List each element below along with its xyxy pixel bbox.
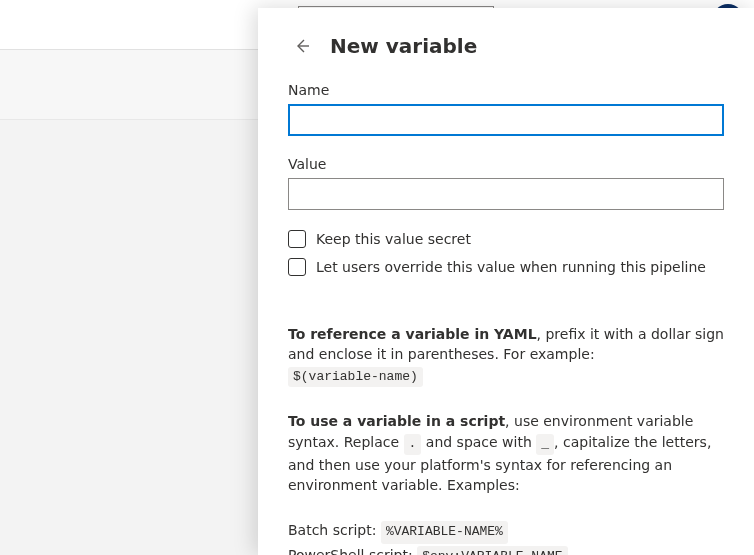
panel-title: New variable bbox=[330, 34, 477, 58]
panel-header: New variable bbox=[288, 32, 724, 60]
new-variable-panel: New variable Name Value Keep this value … bbox=[258, 8, 754, 555]
arrow-left-icon bbox=[294, 38, 310, 54]
back-button[interactable] bbox=[288, 32, 316, 60]
help-script-bold: To use a variable in a script bbox=[288, 413, 505, 429]
example-ps-label: PowerShell script: bbox=[288, 547, 417, 555]
example-powershell: PowerShell script: $env:VARIABLE-NAME bbox=[288, 544, 724, 555]
help-yaml-code: $(variable-name) bbox=[288, 367, 423, 388]
override-checkbox-row[interactable]: Let users override this value when runni… bbox=[288, 258, 724, 276]
secret-checkbox[interactable] bbox=[288, 230, 306, 248]
name-label: Name bbox=[288, 82, 724, 98]
help-script-text2: and space with bbox=[421, 434, 536, 450]
value-field-group: Value bbox=[288, 156, 724, 210]
help-yaml-bold: To reference a variable in YAML bbox=[288, 326, 537, 342]
help-section: To reference a variable in YAML, prefix … bbox=[288, 324, 724, 555]
example-batch: Batch script: %VARIABLE-NAME% bbox=[288, 519, 724, 544]
help-script-para: To use a variable in a script, use envir… bbox=[288, 411, 724, 495]
name-input[interactable] bbox=[288, 104, 724, 136]
help-yaml-para: To reference a variable in YAML, prefix … bbox=[288, 324, 724, 387]
example-batch-label: Batch script: bbox=[288, 522, 381, 538]
secret-checkbox-row[interactable]: Keep this value secret bbox=[288, 230, 724, 248]
override-checkbox[interactable] bbox=[288, 258, 306, 276]
help-script-code1: . bbox=[404, 434, 422, 455]
help-script-code2: _ bbox=[536, 434, 554, 455]
secret-checkbox-label: Keep this value secret bbox=[316, 231, 471, 247]
override-checkbox-label: Let users override this value when runni… bbox=[316, 259, 706, 275]
value-label: Value bbox=[288, 156, 724, 172]
name-field-group: Name bbox=[288, 82, 724, 136]
value-input[interactable] bbox=[288, 178, 724, 210]
example-ps-code: $env:VARIABLE-NAME bbox=[417, 546, 567, 555]
example-batch-code: %VARIABLE-NAME% bbox=[381, 521, 508, 544]
